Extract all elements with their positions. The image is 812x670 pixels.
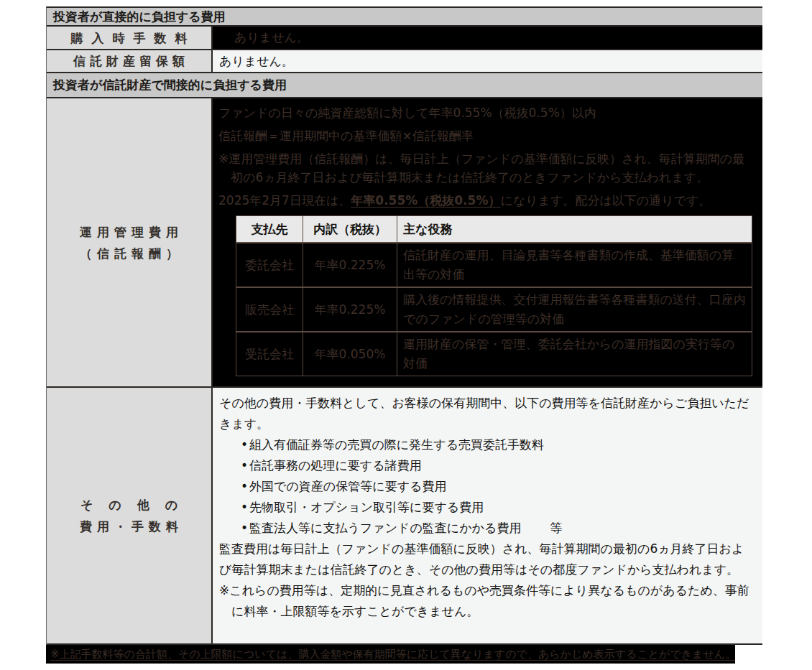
purchase-fee-value-cell: ありません。: [213, 27, 762, 49]
management-fee-note: ※運用管理費用（信託報酬）は、毎日計上（ファンドの基準価額に反映）され、毎計算期…: [218, 149, 755, 187]
fee-split-duty: 信託財産の運用、目論見書等各種書類の作成、基準価額の算出等の対価: [397, 243, 752, 287]
list-item: 組入有価証券等の売買の際に発生する売買委託手数料: [219, 434, 754, 455]
management-fee-content-cell: ファンドの日々の純資産総額に対して年率0.55%（税抜0.5%）以内 信託報酬＝…: [213, 98, 762, 386]
management-fee-label-cell: 運用管理費用 （信託報酬）: [47, 98, 213, 386]
fee-split-payee: 受託会社: [236, 332, 303, 376]
list-suffix: 等: [561, 518, 562, 539]
row-retention-amount: 信託財産留保額 ありません。: [47, 50, 762, 73]
fee-split-rate: 年率0.225%: [303, 287, 397, 332]
other-fees-label-cell: その他の 費用・手数料: [47, 388, 213, 643]
fee-split-rate: 年率0.225%: [303, 243, 397, 287]
fee-split-rate: 年率0.050%: [303, 332, 397, 376]
section-header-indirect-fees: 投資者が信託財産で間接的に負担する費用: [47, 73, 762, 98]
other-fees-intro: その他の費用・手数料として、お客様の保有期間中、以下の費用等を信託財産からご負担…: [219, 393, 754, 434]
fee-split-payee: 販売会社: [236, 287, 303, 332]
management-fee-label-line2: （信託報酬）: [75, 243, 183, 264]
purchase-fee-label-cell: 購入時手数料: [47, 27, 213, 49]
other-fees-note: ※これらの費用等は、定期的に見直されるものや売買条件等により異なるものがあるため…: [219, 580, 754, 622]
retention-amount-label-cell: 信託財産留保額: [47, 50, 213, 72]
row-other-fees: その他の 費用・手数料 その他の費用・手数料として、お客様の保有期間中、以下の費…: [47, 388, 762, 645]
purchase-fee-value: ありません。: [234, 29, 309, 46]
fee-split-header-payee: 支払先: [236, 216, 303, 243]
current-line-suffix: になります。配分は以下の通りです。: [500, 193, 711, 208]
section-header-direct-fees: 投資者が直接的に負担する費用: [47, 8, 762, 27]
section-header-direct-fees-text: 投資者が直接的に負担する費用: [53, 9, 226, 25]
row-management-fee: 運用管理費用 （信託報酬） ファンドの日々の純資産総額に対して年率0.55%（税…: [47, 98, 762, 388]
list-item: 監査法人等に支払うファンドの監査にかかる費用等: [219, 518, 754, 539]
footer-disclaimer-text: ※上記手数料等の合計額、その上限額については、購入金額や保有期間等に応じて異なり…: [50, 648, 735, 661]
purchase-fee-label: 購入時手数料: [63, 27, 196, 49]
retention-amount-value: ありません。: [219, 53, 294, 70]
fee-split-duty: 運用財産の保管・管理、委託会社からの運用指図の実行等の対価: [397, 332, 752, 376]
fund-fees-document: 投資者が直接的に負担する費用 購入時手数料 ありません。 信託財産留保額 ありま…: [0, 0, 812, 670]
management-fee-current-line: 2025年2月7日現在は、年率0.55%（税抜0.5%）になります。配分は以下の…: [218, 191, 755, 210]
retention-amount-label: 信託財産留保額: [69, 50, 189, 72]
list-item: 外国での資産の保管等に要する費用: [219, 476, 754, 497]
list-item: 先物取引・オプション取引等に要する費用: [219, 497, 754, 518]
fee-split-payee: 委託会社: [236, 243, 303, 287]
other-fees-content-cell: その他の費用・手数料として、お客様の保有期間中、以下の費用等を信託財産からご負担…: [213, 388, 762, 643]
table-row: 販売会社 年率0.225% 購入後の情報提供、交付運用報告書等各種書類の送付、口…: [236, 287, 752, 332]
fee-split-duty: 購入後の情報提供、交付運用報告書等各種書類の送付、口座内でのファンドの管理等の対…: [397, 287, 752, 332]
list-item-text: 監査法人等に支払うファンドの監査にかかる費用: [249, 521, 521, 535]
fee-split-header-rate: 内訳（税抜）: [303, 216, 397, 243]
fee-split-header-row: 支払先 内訳（税抜） 主な役務: [236, 216, 752, 243]
footer-disclaimer-bar: ※上記手数料等の合計額、その上限額については、購入金額や保有期間等に応じて異なり…: [46, 645, 735, 664]
fees-table: 投資者が直接的に負担する費用 購入時手数料 ありません。 信託財産留保額 ありま…: [46, 6, 762, 645]
management-fee-formula-line: 信託報酬＝運用期間中の基準価額×信託報酬率: [218, 126, 755, 145]
retention-amount-value-cell: ありません。: [213, 50, 762, 72]
list-item: 信託事務の処理に要する諸費用: [219, 455, 754, 476]
fee-split-table: 支払先 内訳（税抜） 主な役務 委託会社 年率0.225% 信託財産の運用、目論…: [236, 215, 752, 376]
management-fee-rate-line: ファンドの日々の純資産総額に対して年率0.55%（税抜0.5%）以内: [218, 103, 755, 122]
current-line-emphasis: 年率0.55%（税抜0.5%）: [351, 193, 500, 208]
table-row: 委託会社 年率0.225% 信託財産の運用、目論見書等各種書類の作成、基準価額の…: [236, 243, 752, 287]
management-fee-label-line1: 運用管理費用: [75, 221, 183, 243]
current-line-prefix: 2025年2月7日現在は、: [218, 193, 351, 208]
row-purchase-fee: 購入時手数料 ありません。: [47, 27, 762, 50]
other-fees-label-line1: その他の: [65, 494, 193, 516]
other-fees-label-line2: 費用・手数料: [75, 516, 183, 537]
fee-split-header-duty: 主な役務: [397, 216, 752, 243]
other-fees-outro: 監査費用は毎日計上（ファンドの基準価額に反映）され、毎計算期間の最初の6ヵ月終了…: [219, 539, 754, 580]
table-row: 受託会社 年率0.050% 運用財産の保管・管理、委託会社からの運用指図の実行等…: [236, 332, 752, 376]
section-header-indirect-fees-text: 投資者が信託財産で間接的に負担する費用: [53, 77, 287, 93]
